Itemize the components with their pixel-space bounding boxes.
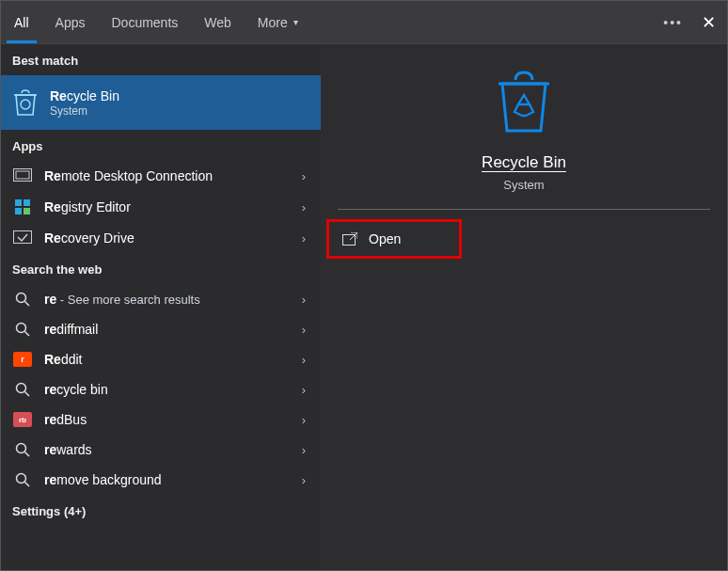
search-icon	[10, 322, 35, 337]
result-title: Recycle Bin	[50, 88, 311, 103]
svg-rect-3	[15, 199, 22, 206]
result-app-regedit[interactable]: Registry Editor ›	[1, 191, 321, 223]
recycle-bin-icon	[10, 88, 40, 117]
tab-apps-label: Apps	[55, 15, 86, 30]
filter-tabs: All Apps Documents Web More▾	[1, 1, 311, 43]
result-title: recycle bin	[44, 382, 296, 397]
rdc-icon	[10, 168, 35, 183]
svg-rect-4	[24, 199, 30, 206]
recovery-icon	[10, 230, 35, 246]
preview-header: Recycle Bin System	[321, 44, 727, 209]
result-web-reddit[interactable]: r Reddit ›	[1, 344, 321, 374]
tab-more[interactable]: More▾	[245, 1, 311, 43]
chevron-right-icon[interactable]: ›	[296, 383, 311, 397]
action-open[interactable]: Open	[326, 219, 462, 259]
search-window: All Apps Documents Web More▾ ••• ✕ Best …	[0, 0, 728, 571]
search-icon	[10, 382, 35, 397]
search-icon	[10, 292, 35, 307]
result-title: redBus	[44, 412, 296, 427]
preview-subtitle: System	[503, 178, 544, 192]
svg-line-11	[25, 332, 30, 337]
tab-web-label: Web	[204, 15, 231, 30]
section-best-match: Best match	[1, 44, 321, 75]
svg-rect-6	[24, 208, 30, 214]
reddit-icon: r	[10, 352, 35, 367]
result-subtitle: System	[50, 104, 311, 118]
preview-title[interactable]: Recycle Bin	[482, 153, 566, 172]
divider	[338, 209, 710, 210]
result-recycle-bin[interactable]: Recycle Bin System	[1, 75, 321, 130]
redbus-icon: rb	[10, 412, 35, 427]
titlebar: All Apps Documents Web More▾ ••• ✕	[1, 1, 727, 44]
preview-panel: Recycle Bin System Open	[321, 44, 727, 570]
svg-line-15	[25, 452, 30, 457]
regedit-icon	[10, 198, 35, 215]
chevron-right-icon[interactable]: ›	[296, 353, 311, 367]
tab-web[interactable]: Web	[191, 1, 245, 43]
section-search-web: Search the web	[1, 253, 321, 284]
result-title: re - See more search results	[44, 292, 296, 307]
svg-point-8	[17, 293, 26, 303]
tab-apps[interactable]: Apps	[42, 1, 99, 43]
chevron-right-icon[interactable]: ›	[296, 323, 311, 337]
chevron-right-icon[interactable]: ›	[296, 293, 311, 307]
result-title: Recovery Drive	[44, 230, 296, 246]
search-icon	[10, 472, 35, 487]
tab-all-label: All	[14, 15, 29, 30]
result-web-recyclebin[interactable]: recycle bin ›	[1, 374, 321, 404]
search-icon	[10, 442, 35, 457]
chevron-right-icon[interactable]: ›	[296, 231, 311, 246]
close-icon[interactable]: ✕	[702, 12, 716, 33]
chevron-down-icon: ▾	[293, 17, 298, 27]
action-open-label: Open	[369, 231, 401, 246]
svg-point-16	[17, 474, 26, 484]
more-options-icon[interactable]: •••	[663, 15, 683, 30]
result-title: remove background	[44, 472, 296, 487]
tab-all[interactable]: All	[1, 1, 42, 43]
tab-more-label: More	[258, 15, 288, 30]
svg-point-12	[17, 384, 26, 393]
titlebar-tools: ••• ✕	[663, 12, 727, 33]
chevron-right-icon[interactable]: ›	[296, 413, 311, 427]
chevron-right-icon[interactable]: ›	[296, 200, 311, 214]
recycle-bin-large-icon	[495, 69, 553, 136]
result-web-rewards[interactable]: rewards ›	[1, 435, 321, 465]
svg-point-0	[21, 100, 30, 109]
chevron-right-icon[interactable]: ›	[296, 473, 311, 487]
svg-rect-7	[14, 231, 32, 244]
chevron-right-icon[interactable]: ›	[296, 169, 311, 183]
svg-point-10	[17, 324, 26, 333]
result-title: Reddit	[44, 352, 296, 367]
result-web-redbus[interactable]: rb redBus ›	[1, 404, 321, 435]
result-web-re[interactable]: re - See more search results ›	[1, 284, 321, 314]
svg-line-17	[25, 483, 30, 487]
open-icon	[342, 232, 357, 246]
svg-point-14	[17, 444, 26, 453]
tab-documents[interactable]: Documents	[98, 1, 191, 43]
svg-line-9	[25, 302, 30, 307]
section-apps: Apps	[1, 130, 321, 161]
results-panel: Best match Recycle Bin System Apps	[1, 44, 321, 570]
result-app-recovery[interactable]: Recovery Drive ›	[1, 223, 321, 253]
result-text: Recycle Bin System	[50, 88, 311, 118]
result-app-rdc[interactable]: Remote Desktop Connection ›	[1, 161, 321, 191]
svg-rect-2	[16, 171, 29, 179]
result-title: Registry Editor	[44, 199, 296, 214]
chevron-right-icon[interactable]: ›	[296, 443, 311, 457]
section-settings[interactable]: Settings (4+)	[1, 495, 321, 526]
body: Best match Recycle Bin System Apps	[1, 44, 727, 570]
result-web-rediffmail[interactable]: rediffmail ›	[1, 314, 321, 344]
result-web-removebg[interactable]: remove background ›	[1, 465, 321, 495]
tab-documents-label: Documents	[111, 15, 178, 30]
result-title: rewards	[44, 442, 296, 457]
svg-line-13	[25, 392, 30, 397]
svg-rect-5	[15, 208, 22, 214]
result-title: rediffmail	[44, 322, 296, 337]
result-title: Remote Desktop Connection	[44, 168, 296, 183]
